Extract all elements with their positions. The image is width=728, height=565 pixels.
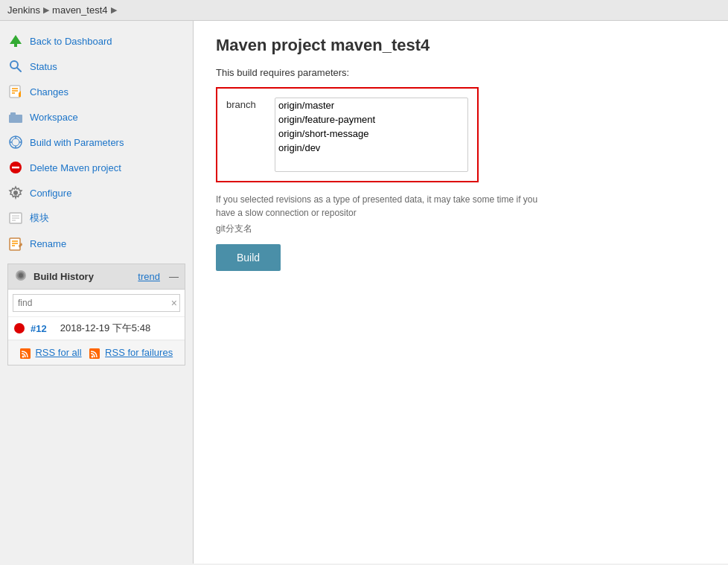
branch-param-row: branch origin/master origin/feature-paym… [226,98,468,172]
sidebar-item-workspace[interactable]: Workspace [0,104,193,130]
rss-all-link[interactable]: RSS for all [35,347,81,358]
svg-line-3 [17,68,21,71]
sidebar-item-delete-maven-project[interactable]: Delete Maven project [0,155,193,180]
changes-icon [7,83,24,100]
svg-rect-4 [10,86,20,98]
sidebar-item-changes[interactable]: Changes [0,79,193,104]
project-title: Maven project maven_test4 [216,36,706,55]
sidebar-item-modules[interactable]: 模块 [0,205,193,231]
rss-failures-icon [89,348,100,359]
branch-select[interactable]: origin/master origin/feature-payment ori… [275,98,468,172]
trend-icon: — [169,271,179,282]
build-history-item: #12 2018-12-19 下午5:48 [8,317,185,340]
breadcrumb-sep-1: ▶ [43,5,49,15]
rss-all-icon [20,348,31,359]
breadcrumb-sep-2: ▶ [111,5,117,15]
sidebar-item-configure[interactable]: Configure [0,180,193,205]
svg-point-31 [19,273,23,278]
sidebar-label-build-with-parameters: Build with Parameters [30,137,124,148]
modules-icon [7,210,24,226]
sidebar-label-workspace: Workspace [30,112,78,123]
build-timestamp: 2018-12-19 下午5:48 [60,322,150,335]
build-number-link[interactable]: #12 [31,323,47,334]
rss-footer: RSS for all RSS for failures [8,340,185,365]
status-icon [7,58,24,74]
build-button[interactable]: Build [216,244,281,271]
arrow-up-icon [7,33,24,49]
branch-option-3[interactable]: origin/dev [275,141,467,155]
sidebar: Back to Dashboard Status [0,21,194,564]
svg-point-12 [12,138,19,146]
build-history-panel: Build History trend — × #12 2018-12-19 下… [7,264,185,366]
delete-icon [7,159,24,176]
svg-rect-1 [14,43,17,47]
workspace-icon [7,109,24,125]
branch-option-1[interactable]: origin/feature-payment [275,112,467,127]
build-history-search-container: × [8,290,185,317]
search-clear-button[interactable]: × [171,297,177,309]
svg-point-33 [22,355,24,357]
rename-icon [7,235,24,252]
svg-rect-24 [10,238,20,250]
branch-option-2[interactable]: origin/short-message [275,127,467,141]
build-history-header: Build History trend — [8,264,185,290]
build-icon [7,134,24,150]
sidebar-label-configure: Configure [30,188,71,199]
parameter-box: branch origin/master origin/feature-paym… [216,87,479,182]
build-history-title: Build History [33,271,132,282]
sidebar-label-delete-maven-project: Delete Maven project [30,162,121,173]
sidebar-label-back-to-dashboard: Back to Dashboard [30,36,112,47]
breadcrumb-maven-test4[interactable]: maven_test4 [52,4,107,16]
sidebar-label-rename: Rename [30,238,66,249]
sidebar-label-modules: 模块 [30,211,49,225]
build-status-red-icon [14,323,25,333]
sidebar-label-status: Status [30,61,57,72]
branch-label: branch [226,98,267,110]
configure-icon [7,185,24,201]
sidebar-item-rename[interactable]: Rename [0,231,193,256]
hint-text: git分支名 [216,223,706,235]
sidebar-item-back-to-dashboard[interactable]: Back to Dashboard [0,28,193,54]
build-params-text: This build requires parameters: [216,67,706,78]
trend-link[interactable]: trend [138,271,160,282]
build-history-icon [14,269,28,284]
sidebar-item-status[interactable]: Status [0,54,193,79]
sidebar-label-changes: Changes [30,86,68,98]
content-area: Maven project maven_test4 This build req… [194,21,728,564]
svg-rect-9 [9,115,22,123]
rss-failures-link[interactable]: RSS for failures [105,347,173,358]
svg-point-19 [13,191,18,195]
svg-marker-0 [10,35,22,44]
svg-point-35 [92,355,94,357]
breadcrumb: Jenkins ▶ maven_test4 ▶ [0,0,728,21]
sidebar-item-build-with-parameters[interactable]: Build with Parameters [0,130,193,155]
build-history-search[interactable] [13,294,180,312]
branch-option-0[interactable]: origin/master [275,98,467,112]
info-text: If you selected revisions as a type of p… [216,193,551,220]
svg-rect-10 [10,112,16,115]
breadcrumb-jenkins[interactable]: Jenkins [7,4,40,16]
